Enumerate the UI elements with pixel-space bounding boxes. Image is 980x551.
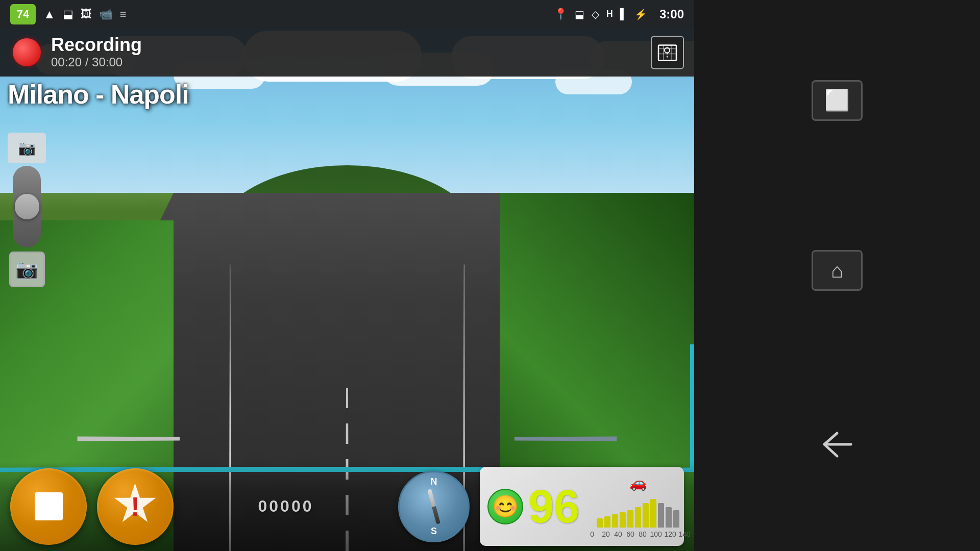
video-camera-icon: 📷 (18, 140, 36, 157)
recents-icon: ⬜ (824, 88, 850, 112)
speed-bar-11 (673, 510, 679, 528)
alert-button[interactable]: ! (97, 468, 174, 545)
scale-80: 80 (636, 530, 649, 538)
diamond-icon: ◇ (592, 8, 599, 20)
speed-bar-1 (597, 518, 603, 528)
scale-20: 20 (600, 530, 612, 538)
status-bar: 74 ▲ ⬓ 🖼 📹 ≡ 📍 ⬓ ◇ H ▌ ⚡ 3:00 (0, 0, 694, 28)
needle-south (432, 506, 440, 524)
speed-bar-chart (597, 494, 679, 528)
scale-140: 140 (677, 530, 692, 538)
status-right-icons: 📍 ⬓ ◇ H ▌ ⚡ 3:00 (554, 7, 684, 21)
recording-title: Recording (51, 35, 142, 55)
location-icon: 📍 (554, 8, 568, 21)
speed-bar-3 (612, 514, 618, 528)
odometer-area: 00000 (184, 497, 388, 516)
bottom-content: ! 00000 N S 😊 96 (0, 462, 694, 551)
needle-north (427, 489, 436, 507)
speed-bar-8 (650, 499, 656, 528)
compass-south-label: S (431, 526, 437, 537)
scale-100: 100 (649, 530, 663, 538)
photo-icon: 🖼 (81, 8, 92, 21)
bluetooth-icon: ⬓ (63, 8, 74, 21)
speed-bar-6 (635, 507, 641, 528)
home-button[interactable]: ⌂ (812, 250, 863, 291)
recording-time: 00:20 / 30:00 (51, 55, 142, 70)
compass-north-label: N (431, 477, 437, 487)
odometer-value: 00000 (184, 497, 388, 516)
speed-bar-7 (643, 503, 649, 528)
navigation-icon: ▲ (43, 7, 56, 21)
speed-scale: 0 20 40 60 80 100 120 140 (584, 530, 692, 538)
smiley-indicator: 😊 (487, 489, 523, 524)
right-sidebar: ⬜ ⌂ (694, 0, 980, 551)
guardrail-left (78, 436, 180, 441)
recording-info: Recording 00:20 / 30:00 (51, 35, 142, 69)
zoom-thumb (15, 194, 39, 219)
recording-bar: Recording 00:20 / 30:00 (0, 28, 694, 77)
zoom-slider[interactable] (13, 166, 41, 247)
scale-120: 120 (663, 530, 677, 538)
speed-bar-9 (658, 503, 664, 528)
left-controls: 📷 📷 (8, 133, 46, 287)
signal-badge: 74 (10, 4, 36, 24)
map-button[interactable] (651, 36, 684, 69)
speed-bar-2 (604, 516, 610, 528)
compass: N S (398, 471, 470, 542)
recording-indicator (13, 38, 41, 66)
photo-capture-button[interactable]: 📷 (9, 252, 45, 287)
clock: 3:00 (659, 7, 684, 21)
compass-needle (427, 489, 440, 524)
speed-panel: 😊 96 🚗 (480, 467, 684, 546)
smiley-icon: 😊 (492, 494, 519, 519)
speed-chart-area: 🚗 0 (584, 472, 692, 541)
status-icons: ▲ ⬓ 🖼 📹 ≡ (43, 7, 554, 21)
guardrail-right (514, 436, 617, 441)
video-record-button[interactable]: 📷 (8, 133, 46, 163)
alert-exclamation: ! (131, 493, 139, 520)
recent-apps-button[interactable]: ⬜ (812, 80, 863, 121)
car-top-icon: 🚗 (629, 474, 647, 491)
speed-bar-10 (666, 507, 672, 528)
signal-h-icon: H (606, 9, 613, 19)
stop-icon (35, 492, 63, 520)
back-button[interactable] (809, 420, 865, 471)
blue-accent-bar (690, 344, 694, 472)
scale-40: 40 (612, 530, 624, 538)
video-icon: 📹 (99, 8, 113, 21)
back-arrow-icon (819, 431, 855, 459)
camera-icon: 📷 (15, 259, 38, 280)
speed-bar-4 (620, 512, 626, 528)
map-icon (656, 41, 679, 64)
bluetooth-status-icon: ⬓ (575, 8, 584, 20)
scale-60: 60 (624, 530, 636, 538)
signal-bars-icon: ▌ (620, 8, 627, 20)
home-icon: ⌂ (831, 259, 843, 282)
speed-bar-5 (627, 510, 633, 528)
stop-button[interactable] (10, 468, 87, 545)
route-label: Milano - Napoli (8, 79, 189, 110)
speed-display: 96 (528, 484, 579, 530)
grid-icon: ≡ (120, 8, 127, 21)
scale-0: 0 (584, 530, 600, 538)
battery-icon: ⚡ (634, 8, 647, 20)
bottom-bar: ! 00000 N S 😊 96 (0, 462, 694, 551)
camera-view-area: 74 ▲ ⬓ 🖼 📹 ≡ 📍 ⬓ ◇ H ▌ ⚡ 3:00 Recording … (0, 0, 694, 551)
